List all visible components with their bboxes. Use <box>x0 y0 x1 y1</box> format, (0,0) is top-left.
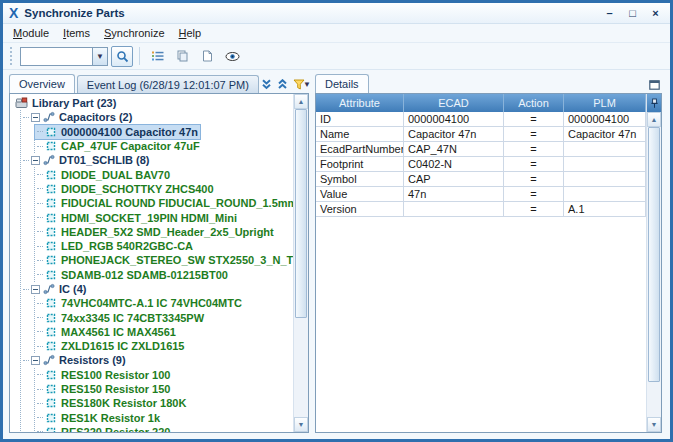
maximize-button[interactable]: □ <box>624 6 641 21</box>
tree-group[interactable]: Capacitors (2) <box>21 110 134 124</box>
tree-root[interactable]: Library Part (23) <box>13 96 118 110</box>
tree-connector <box>37 389 43 390</box>
scroll-down-icon[interactable]: ▼ <box>647 417 661 432</box>
tree-item[interactable]: FIDUCIAL ROUND FIDUCIAL_ROUND_1.5mm <box>35 196 293 210</box>
menu-item-module[interactable]: Module <box>6 25 56 41</box>
tab-event-log[interactable]: Event Log (6/28/19 12:01:07 PM) <box>77 75 259 93</box>
preview-button[interactable] <box>221 46 243 67</box>
scrollbar-track[interactable] <box>294 109 308 417</box>
library-icon <box>15 97 28 109</box>
chevron-down-icon[interactable]: ▼ <box>92 48 107 65</box>
tree-scrollbar[interactable]: ▲ ▼ <box>293 94 308 432</box>
ecad-cell[interactable]: 0000004100 <box>404 112 504 127</box>
ecad-cell[interactable] <box>404 202 504 217</box>
ecad-cell[interactable]: CAP_47N <box>404 142 504 157</box>
scrollbar-track[interactable] <box>647 127 661 417</box>
tree-item[interactable]: PHONEJACK_STEREO_SW STX2550_3_N_TR <box>35 253 293 267</box>
action-cell[interactable]: = <box>504 202 564 217</box>
action-cell[interactable]: = <box>504 127 564 142</box>
tree-group[interactable]: Resistors (9) <box>21 353 128 367</box>
menu-item-synchronize[interactable]: Synchronize <box>97 25 172 41</box>
report-list-button[interactable] <box>146 46 168 67</box>
tree-item[interactable]: 74xx3345 IC 74CBT3345PW <box>35 310 206 324</box>
search-button[interactable] <box>111 46 133 67</box>
part-icon <box>45 126 57 138</box>
plm-cell[interactable]: A.1 <box>564 202 646 217</box>
ecad-cell[interactable]: 47n <box>404 187 504 202</box>
tree-item[interactable]: DIODE_DUAL BAV70 <box>35 167 172 181</box>
column-header-ecad[interactable]: ECAD <box>404 94 504 112</box>
tab-details[interactable]: Details <box>315 74 369 93</box>
right-tab-strip: Details <box>315 73 662 93</box>
menu-item-items[interactable]: Items <box>56 25 97 41</box>
tree-connector <box>37 431 43 432</box>
double-chevron-up-icon <box>277 79 288 90</box>
ecad-cell[interactable]: C0402-N <box>404 157 504 172</box>
details-scrollbar[interactable]: ▲ ▼ <box>646 94 661 432</box>
plm-cell[interactable] <box>564 172 646 187</box>
plm-cell[interactable] <box>564 142 646 157</box>
tree-group[interactable]: DT01_SCHLIB (8) <box>21 153 151 167</box>
filter-button[interactable]: ▼ <box>293 79 311 90</box>
ecad-cell[interactable]: Capacitor 47n <box>404 127 504 142</box>
tree-item[interactable]: 0000004100 Capacitor 47n <box>35 125 200 139</box>
action-cell[interactable]: = <box>504 112 564 127</box>
tree-item[interactable]: RES100 Resistor 100 <box>35 368 172 382</box>
scroll-up-icon[interactable]: ▲ <box>294 94 308 109</box>
toolbar-grip[interactable] <box>10 47 14 65</box>
action-cell[interactable]: = <box>504 157 564 172</box>
tree-item[interactable]: SDAMB-012 SDAMB-01215BT00 <box>35 268 230 282</box>
scroll-up-icon[interactable]: ▲ <box>647 112 661 127</box>
tree-item[interactable]: RES220 Resistor 220 <box>35 425 172 432</box>
action-cell[interactable]: = <box>504 187 564 202</box>
plm-cell[interactable] <box>564 157 646 172</box>
module-combo[interactable]: ▼ <box>20 47 108 66</box>
action-cell[interactable]: = <box>504 172 564 187</box>
column-header-plm[interactable]: PLM <box>564 94 646 112</box>
tree-item[interactable]: HEADER_5X2 SMD_Header_2x5_Upright <box>35 225 276 239</box>
tree-item[interactable]: RES180K Resistor 180K <box>35 396 188 410</box>
collapse-all-button[interactable] <box>277 79 288 90</box>
copy-button[interactable] <box>171 46 193 67</box>
tree-connector <box>37 260 43 261</box>
collapse-toggle-icon[interactable] <box>31 356 40 365</box>
close-button[interactable]: × <box>647 6 664 21</box>
scroll-down-icon[interactable]: ▼ <box>294 417 308 432</box>
pin-column-header[interactable] <box>647 94 661 112</box>
window-maximize-icon <box>649 80 660 90</box>
library-tree-panel: Library Part (23)Capacitors (2)000000410… <box>9 93 309 433</box>
tree-item[interactable]: HDMI_SOCKET_19PIN HDMI_Mini <box>35 210 239 224</box>
column-header-action[interactable]: Action <box>504 94 564 112</box>
menu-item-help[interactable]: Help <box>172 25 209 41</box>
part-icon <box>45 312 57 324</box>
tree-item[interactable]: DIODE_SCHOTTKY ZHCS400 <box>35 182 216 196</box>
tree-connector <box>37 317 43 318</box>
collapse-toggle-icon[interactable] <box>31 285 40 294</box>
tree-item-label: DIODE_DUAL BAV70 <box>61 169 170 181</box>
tree-item[interactable]: CAP_47UF Capacitor 47uF <box>35 139 202 153</box>
tree-item[interactable]: ZXLD1615 IC ZXLD1615 <box>35 339 187 353</box>
tree-item[interactable]: RES150 Resistor 150 <box>35 382 172 396</box>
tree-group[interactable]: IC (4) <box>21 282 89 296</box>
plm-cell[interactable]: 0000004100 <box>564 112 646 127</box>
scrollbar-thumb[interactable] <box>648 127 660 382</box>
tree-item[interactable]: LED_RGB 540R2GBC-CA <box>35 239 195 253</box>
ecad-cell[interactable]: CAP <box>404 172 504 187</box>
collapse-toggle-icon[interactable] <box>31 113 40 122</box>
tab-overview[interactable]: Overview <box>9 74 75 93</box>
plm-cell[interactable]: Capacitor 47n <box>564 127 646 142</box>
minimize-button[interactable]: – <box>601 6 618 21</box>
details-pane: Details AttributeECADActionPLM ID0000004… <box>315 73 662 433</box>
column-header-attribute[interactable]: Attribute <box>316 94 404 112</box>
tree-item[interactable]: RES1K Resistor 1k <box>35 411 162 425</box>
collapse-toggle-icon[interactable] <box>31 156 40 165</box>
scrollbar-thumb[interactable] <box>295 109 307 318</box>
plm-cell[interactable] <box>564 187 646 202</box>
expand-all-button[interactable] <box>261 79 272 90</box>
maximize-pane-button[interactable] <box>649 80 660 90</box>
part-icon <box>45 140 57 152</box>
action-cell[interactable]: = <box>504 142 564 157</box>
tree-item[interactable]: MAX4561 IC MAX4561 <box>35 325 178 339</box>
tree-item[interactable]: 74VHC04MTC-A.1 IC 74VHC04MTC <box>35 296 244 310</box>
new-page-button[interactable] <box>196 46 218 67</box>
